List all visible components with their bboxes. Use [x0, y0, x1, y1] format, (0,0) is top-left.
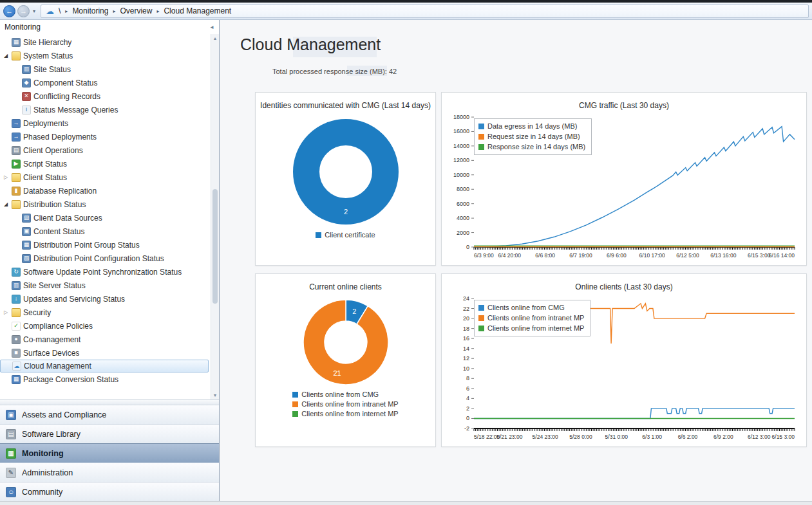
svg-text:6/15 3:00: 6/15 3:00: [748, 252, 771, 259]
legend-swatch: [478, 315, 484, 321]
collapse-sidebar-button[interactable]: ◄: [209, 24, 214, 30]
svg-text:6/4 20:00: 6/4 20:00: [498, 252, 522, 259]
sidebar-item-site-hierarchy[interactable]: ▦Site Hierarchy: [0, 35, 219, 49]
scrollbar-thumb[interactable]: [212, 189, 218, 304]
folder-icon: [12, 51, 21, 60]
expander-icon[interactable]: ◢: [3, 201, 9, 207]
sidebar-item-label: Cloud Management: [24, 362, 91, 371]
sidebar-item-distribution-point-configuration-status[interactable]: ▨Distribution Point Configuration Status: [0, 252, 219, 265]
cloud-management-icon: ☁: [12, 362, 21, 371]
svg-text:6/12 3:00: 6/12 3:00: [748, 434, 771, 440]
workspace-assets-and-compliance[interactable]: ▣Assets and Compliance: [0, 405, 219, 424]
legend-label: Clients online from internet MP: [487, 324, 584, 332]
workspace-monitoring[interactable]: ▥Monitoring: [0, 443, 219, 463]
sidebar-item-label: Site Hierarchy: [23, 38, 71, 47]
cloud-icon: ☁: [46, 6, 54, 16]
monitoring-icon: ▥: [6, 448, 16, 459]
sidebar-item-client-data-sources[interactable]: ▧Client Data Sources: [0, 211, 219, 225]
sidebar-item-script-status[interactable]: ▶Script Status: [0, 157, 219, 170]
svg-text:2000: 2000: [457, 230, 469, 236]
bottom-scrollbar[interactable]: [0, 501, 812, 505]
sidebar-item-label: Software Update Point Synchronization St…: [23, 268, 182, 277]
sidebar-item-software-update-point-synchronization-status[interactable]: ↻Software Update Point Synchronization S…: [0, 265, 219, 279]
chart-legend: Clients online from CMGClients online fr…: [292, 390, 398, 418]
back-button[interactable]: ←: [3, 5, 15, 17]
sidebar-item-site-server-status[interactable]: ▥Site Server Status: [0, 279, 219, 292]
sidebar-item-conflicting-records[interactable]: ✕Conflicting Records: [0, 89, 219, 103]
sidebar-item-client-status[interactable]: ▷Client Status: [0, 170, 219, 184]
sidebar-item-content-status[interactable]: ▣Content Status: [0, 225, 219, 238]
community-icon: ☺: [6, 487, 16, 497]
donut-svg: 221: [300, 297, 392, 388]
compliance-policies-icon: ✓: [12, 322, 21, 331]
breadcrumb-item-cloud-management[interactable]: Cloud Management: [164, 6, 231, 15]
svg-text:6/13 16:00: 6/13 16:00: [710, 252, 736, 259]
database-replication-icon: ▮: [12, 187, 21, 196]
sidebar-item-package-conversion-status[interactable]: ▦Package Conversion Status: [0, 372, 219, 386]
svg-text:5/24 23:00: 5/24 23:00: [533, 434, 558, 440]
sidebar-item-distribution-point-group-status[interactable]: ▦Distribution Point Group Status: [0, 238, 219, 252]
sidebar-item-label: Surface Devices: [23, 349, 79, 358]
legend-swatch: [292, 401, 298, 407]
svg-text:6/9 2:00: 6/9 2:00: [713, 434, 733, 440]
chart-title: Online clients (Last 30 days): [442, 282, 806, 291]
legend-label: Clients online from intranet MP: [301, 400, 398, 408]
sidebar-item-distribution-status[interactable]: ◢Distribution Status: [0, 197, 219, 211]
breadcrumb-item-overview[interactable]: Overview: [120, 6, 152, 15]
legend-item: Clients online from CMG: [478, 304, 584, 311]
scroll-down-icon[interactable]: ▼: [213, 391, 218, 399]
sidebar-title: Monitoring: [5, 23, 41, 32]
svg-text:6/6 2:00: 6/6 2:00: [678, 434, 698, 440]
breadcrumb-item-monitoring[interactable]: Monitoring: [72, 6, 108, 15]
workspace-software-library[interactable]: ▤Software Library: [0, 424, 219, 443]
svg-text:6/3 9:00: 6/3 9:00: [474, 252, 494, 259]
sidebar-item-updates-and-servicing-status[interactable]: ↓Updates and Servicing Status: [0, 292, 219, 306]
history-dropdown-icon[interactable]: ▾: [32, 8, 37, 14]
sidebar-item-label: Script Status: [23, 160, 67, 169]
legend-label: Client certificate: [325, 231, 375, 239]
sidebar-item-deployments[interactable]: →Deployments: [0, 116, 219, 130]
workspace-splitter[interactable]: [0, 399, 219, 405]
expander-icon[interactable]: ◢: [3, 53, 9, 59]
forward-button[interactable]: →: [17, 5, 30, 17]
sidebar-item-surface-devices[interactable]: ■Surface Devices: [0, 346, 219, 360]
svg-text:10000: 10000: [453, 172, 469, 178]
sidebar-item-site-status[interactable]: ▥Site Status: [0, 62, 219, 76]
dp-config-status-icon: ▨: [22, 254, 31, 263]
breadcrumb-separator-icon: ▸: [65, 8, 68, 14]
sidebar-item-security[interactable]: ▷Security: [0, 306, 219, 319]
svg-text:6/15 3:00: 6/15 3:00: [772, 434, 795, 440]
sidebar-item-client-operations[interactable]: ▤Client Operations: [0, 143, 219, 157]
svg-text:18000: 18000: [453, 114, 469, 120]
sidebar-item-component-status[interactable]: ◆Component Status: [0, 76, 219, 89]
sidebar-item-database-replication[interactable]: ▮Database Replication: [0, 184, 219, 197]
assets-icon: ▣: [6, 410, 16, 420]
sidebar-item-cloud-management[interactable]: ☁Cloud Management: [0, 360, 209, 372]
expander-icon[interactable]: ▷: [3, 174, 9, 180]
sidebar-item-phased-deployments[interactable]: →Phased Deployments: [0, 130, 219, 143]
sidebar-item-compliance-policies[interactable]: ✓Compliance Policies: [0, 319, 219, 333]
page-title: Cloud Management: [240, 35, 381, 54]
breadcrumb-item-root[interactable]: \: [59, 6, 61, 15]
legend-swatch: [478, 305, 484, 311]
sidebar-item-status-message-queries[interactable]: iStatus Message Queries: [0, 103, 219, 116]
svg-text:6: 6: [466, 385, 469, 392]
main-content: Cloud Management Total processed respons…: [220, 20, 812, 501]
legend-label: Clients online from internet MP: [301, 410, 398, 418]
workspace-administration[interactable]: ✎Administration: [0, 463, 219, 482]
sidebar-item-label: Security: [23, 308, 51, 317]
tree-scrollbar[interactable]: ▲ ▼: [211, 34, 219, 399]
sidebar-item-label: Updates and Servicing Status: [23, 295, 125, 304]
breadcrumb-items: \▸Monitoring▸Overview▸Cloud Management: [59, 6, 231, 15]
legend-swatch: [478, 144, 484, 150]
scroll-up-icon[interactable]: ▲: [213, 34, 218, 42]
workspace-label: Monitoring: [22, 449, 64, 458]
sidebar-item-co-management[interactable]: ●Co-management: [0, 333, 219, 346]
conflicting-records-icon: ✕: [22, 92, 31, 101]
legend-item: Clients online from intranet MP: [292, 400, 398, 408]
expander-icon[interactable]: ▷: [3, 309, 9, 315]
deployments-icon: →: [12, 119, 21, 128]
scrollbar-track[interactable]: [211, 42, 219, 391]
workspace-community[interactable]: ☺Community: [0, 482, 219, 501]
sidebar-item-system-status[interactable]: ◢System Status: [0, 49, 219, 62]
